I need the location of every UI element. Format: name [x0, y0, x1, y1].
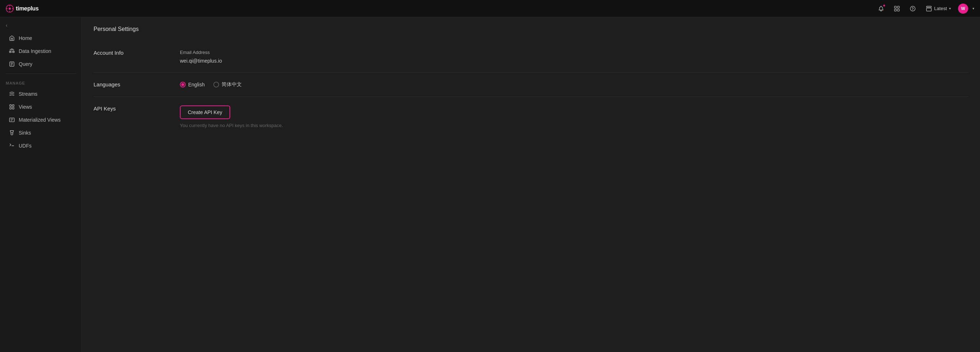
integrations-button[interactable] — [891, 3, 903, 14]
topbar: timeplus — [0, 0, 980, 17]
query-icon — [9, 61, 15, 67]
svg-rect-8 — [894, 9, 896, 11]
api-keys-label: API Keys — [94, 105, 165, 111]
account-info-content: Email Address wei.qi@timeplus.io — [180, 50, 969, 64]
sidebar-item-udfs[interactable]: UDFs — [3, 140, 79, 152]
sidebar-item-streams[interactable]: Streams — [3, 88, 79, 100]
sidebar-views-label: Views — [19, 104, 32, 110]
sidebar-item-data-ingestion[interactable]: Data Ingestion — [3, 45, 79, 57]
content-area: Personal Settings Account Info Email Add… — [82, 17, 980, 352]
api-empty-text: You currently have no API keys in this w… — [180, 123, 969, 128]
sidebar-manage-label: MANAGE — [0, 76, 82, 88]
chinese-radio-circle — [213, 82, 219, 88]
languages-section: Languages English 简体中文 — [94, 73, 969, 97]
main-layout: ‹ Home Data Ingestio — [0, 17, 980, 352]
home-icon — [9, 35, 15, 41]
workspace-icon — [926, 5, 932, 12]
chinese-label: 简体中文 — [222, 81, 242, 88]
notification-dot — [883, 4, 885, 7]
api-keys-content: Create API Key You currently have no API… — [180, 105, 969, 128]
logo-icon — [6, 5, 14, 13]
svg-rect-21 — [10, 105, 11, 107]
english-radio-circle — [180, 82, 186, 88]
topbar-left: timeplus — [6, 5, 38, 13]
page-title: Personal Settings — [94, 26, 969, 32]
workspace-button[interactable]: Latest ▾ — [923, 4, 954, 13]
svg-rect-13 — [926, 8, 931, 11]
svg-rect-24 — [12, 107, 14, 109]
svg-point-14 — [11, 49, 13, 50]
account-info-label: Account Info — [94, 50, 165, 56]
svg-rect-7 — [897, 6, 899, 8]
sinks-icon — [9, 129, 15, 136]
sidebar: ‹ Home Data Ingestio — [0, 17, 82, 352]
languages-content: English 简体中文 — [180, 81, 969, 88]
sidebar-query-label: Query — [19, 61, 32, 67]
views-icon — [9, 104, 15, 110]
svg-rect-12 — [926, 6, 931, 7]
user-avatar[interactable]: W — [958, 3, 968, 14]
sidebar-home-label: Home — [19, 35, 32, 41]
languages-label: Languages — [94, 81, 165, 88]
language-english-option[interactable]: English — [180, 82, 205, 88]
sidebar-streams-label: Streams — [19, 91, 37, 97]
email-address-value: wei.qi@timeplus.io — [180, 58, 969, 64]
create-api-key-button[interactable]: Create API Key — [180, 105, 230, 119]
logo: timeplus — [6, 5, 38, 13]
sidebar-item-views[interactable]: Views — [3, 101, 79, 113]
user-chevron-icon: ▾ — [972, 6, 974, 10]
data-ingestion-icon — [9, 48, 15, 54]
svg-point-11 — [912, 10, 913, 10]
sidebar-item-home[interactable]: Home — [3, 32, 79, 44]
sidebar-materialized-views-label: Materialized Views — [19, 117, 60, 123]
sidebar-item-materialized-views[interactable]: Materialized Views — [3, 114, 79, 126]
language-radio-group: English 简体中文 — [180, 81, 969, 88]
topbar-right: Latest ▾ W ▾ — [875, 3, 974, 14]
svg-rect-9 — [897, 9, 899, 11]
english-label: English — [188, 82, 205, 88]
sidebar-item-query[interactable]: Query — [3, 58, 79, 70]
svg-point-1 — [9, 8, 11, 10]
language-chinese-option[interactable]: 简体中文 — [213, 81, 242, 88]
materialized-views-icon — [9, 116, 15, 123]
svg-rect-22 — [12, 105, 14, 107]
streams-icon — [9, 91, 15, 97]
help-button[interactable] — [907, 3, 918, 14]
svg-rect-23 — [10, 107, 11, 109]
logo-text: timeplus — [16, 5, 38, 12]
sidebar-udfs-label: UDFs — [19, 143, 32, 149]
sidebar-data-ingestion-label: Data Ingestion — [19, 48, 51, 54]
sidebar-sinks-label: Sinks — [19, 130, 31, 136]
svg-rect-6 — [894, 6, 896, 8]
account-info-section: Account Info Email Address wei.qi@timepl… — [94, 41, 969, 73]
notification-button[interactable] — [875, 3, 887, 14]
sidebar-divider — [6, 73, 76, 74]
workspace-label: Latest — [934, 6, 947, 11]
sidebar-item-sinks[interactable]: Sinks — [3, 127, 79, 139]
sidebar-collapse-button[interactable]: ‹ — [0, 20, 82, 30]
api-keys-section: API Keys Create API Key You currently ha… — [94, 97, 969, 137]
udfs-icon — [9, 143, 15, 149]
email-address-label: Email Address — [180, 50, 969, 55]
workspace-chevron-icon: ▾ — [949, 6, 951, 10]
